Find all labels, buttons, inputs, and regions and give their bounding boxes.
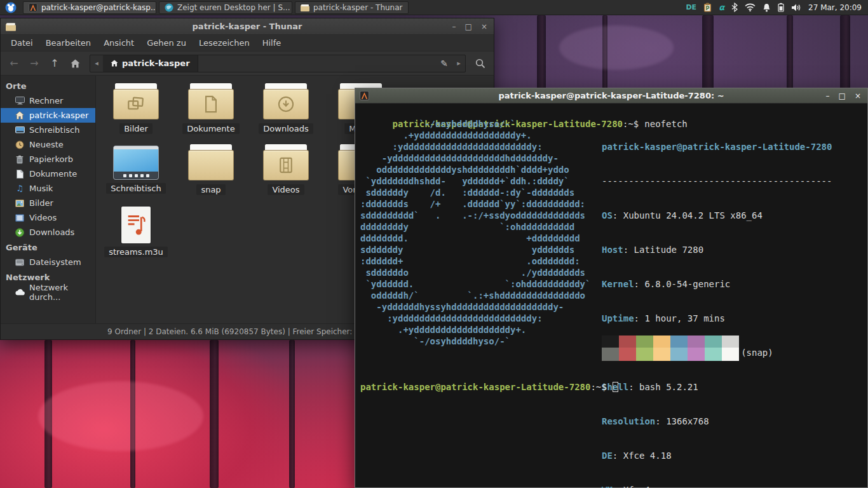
- notification-bell-icon[interactable]: [763, 3, 771, 12]
- sidebar-item-videos[interactable]: Videos: [1, 210, 95, 225]
- home-button[interactable]: [65, 55, 85, 72]
- palette-color: [602, 336, 619, 348]
- applications-menu-button[interactable]: [0, 0, 22, 15]
- chevron-left-icon[interactable]: ◂: [90, 59, 103, 67]
- battery-icon[interactable]: [778, 3, 784, 12]
- sidebar-item-dokumente[interactable]: Dokumente: [1, 166, 95, 181]
- path-button-home[interactable]: patrick-kasper: [103, 55, 198, 72]
- path-button-label: patrick-kasper: [122, 58, 190, 68]
- terminal-cursor: [613, 382, 618, 392]
- sidebar-item-patrick-kasper[interactable]: patrick-kasper: [1, 108, 95, 123]
- neofetch-color-palette: [602, 336, 739, 361]
- palette-color: [688, 348, 705, 361]
- sidebar-item-musik[interactable]: ♫ Musik: [1, 181, 95, 196]
- menu-datei[interactable]: Datei: [4, 36, 39, 50]
- taskbar-button-browser[interactable]: Zeigt euren Desktop her | S...: [159, 1, 292, 14]
- sidebar-item-label: Dokumente: [29, 169, 77, 179]
- keyboard-layout-indicator[interactable]: DE: [686, 3, 696, 11]
- taskbar-button-label: patrick-kasper - Thunar: [313, 3, 403, 12]
- sidebar-item-label: patrick-kasper: [29, 111, 88, 120]
- shell-prompt-line[interactable]: patrick-kasper@patrick-kasper-Latitude-7…: [360, 381, 618, 393]
- file-item-streams-m3u[interactable]: streams.m3u: [98, 205, 173, 266]
- wifi-icon[interactable]: [745, 3, 756, 11]
- search-button[interactable]: [471, 55, 490, 72]
- palette-color: [636, 336, 653, 348]
- sidebar-item-schreibtisch[interactable]: Schreibtisch: [1, 123, 95, 137]
- neofetch-info-row: Host: Latitude 7280: [602, 244, 832, 255]
- neofetch-header: patrick-kasper@patrick-kasper-Latitude-7…: [602, 141, 832, 152]
- alacritty-icon: [360, 91, 369, 100]
- volume-icon[interactable]: [791, 3, 801, 12]
- taskbar-button-label: patrick-kasper@patrick-kasp...: [41, 3, 156, 12]
- menu-bearbeiten[interactable]: Bearbeiten: [39, 36, 97, 50]
- palette-color: [636, 348, 653, 361]
- neofetch-info-row: DE: Xfce 4.18: [602, 450, 832, 461]
- menu-ansicht[interactable]: Ansicht: [97, 36, 140, 50]
- alacritty-icon: [29, 3, 37, 12]
- neofetch-info-row: Shell: bash 5.2.21: [602, 381, 832, 393]
- trash-icon: [15, 154, 25, 165]
- svg-text:P: P: [706, 6, 710, 11]
- statusbar-text: 9 Ordner | 2 Dateien. 6.6 MiB (6920857 B…: [107, 327, 372, 336]
- close-icon[interactable]: ×: [481, 23, 487, 30]
- sidebar-item-dateisystem[interactable]: Dateisystem: [1, 255, 95, 269]
- thunar-titlebar[interactable]: patrick-kasper - Thunar – □ ×: [1, 18, 494, 35]
- neofetch-ascii-logo: `-/osyhddddhyso/-` .+ydddddddddddddddddd…: [360, 118, 590, 347]
- document-icon: [15, 169, 25, 179]
- terminal-titlebar[interactable]: patrick-kasper@patrick-kasper-Latitude-7…: [355, 88, 867, 104]
- path-bar: ◂ patrick-kasper ✎ ▸: [90, 55, 466, 72]
- folder-documents-icon: [187, 83, 234, 120]
- sidebar-item-label: Papierkorb: [29, 154, 73, 164]
- cloud-icon: [15, 287, 25, 297]
- terminal-content[interactable]: patrick-kasper@patrick-kasper-Latitude-7…: [355, 104, 867, 487]
- palette-row-normal: [602, 336, 739, 348]
- file-item-bilder[interactable]: Bilder: [98, 83, 173, 144]
- taskbar-button-terminal[interactable]: patrick-kasper@patrick-kasp...: [23, 1, 156, 14]
- panel-clock[interactable]: 27 Mar, 20:09: [808, 3, 862, 12]
- sidebar-header-orte: Orte: [1, 78, 95, 93]
- minimize-icon[interactable]: –: [452, 23, 456, 30]
- sidebar-item-netzwerk[interactable]: Netzwerk durch...: [1, 285, 95, 299]
- wallpaper-tree: [289, 340, 295, 488]
- forward-arrow-icon: →: [30, 57, 38, 69]
- neofetch-info-row: Resolution: 868x488: [602, 416, 832, 427]
- sidebar-item-papierkorb[interactable]: Papierkorb: [1, 152, 95, 166]
- file-item-videos[interactable]: Videos: [248, 144, 323, 205]
- bluetooth-icon[interactable]: [731, 3, 738, 12]
- sidebar-item-neueste[interactable]: Neueste: [1, 137, 95, 152]
- up-button[interactable]: ↑: [45, 55, 64, 72]
- kdeconnect-icon[interactable]: α: [719, 3, 724, 12]
- taskbar-button-thunar[interactable]: patrick-kasper - Thunar: [295, 1, 409, 14]
- maximize-icon[interactable]: □: [839, 92, 846, 100]
- folder-images-icon: [112, 83, 159, 120]
- clock-icon: [15, 140, 25, 150]
- sidebar-item-rechner[interactable]: Rechner: [1, 93, 95, 108]
- maximize-icon[interactable]: □: [465, 23, 472, 30]
- clipboard-manager-icon[interactable]: P: [703, 3, 712, 12]
- edit-path-button[interactable]: ✎: [436, 58, 452, 69]
- sidebar-header-geraete: Geräte: [1, 240, 95, 255]
- wallpaper-tree: [840, 15, 850, 92]
- sidebar-item-downloads[interactable]: Downloads: [1, 225, 95, 240]
- neofetch-info-row: Uptime: 1 hour, 37 mins: [602, 313, 832, 324]
- thunar-toolbar: ← → ↑ ◂ patrick-kasper ✎ ▸: [1, 51, 494, 76]
- forward-button[interactable]: →: [25, 55, 44, 72]
- back-button[interactable]: ←: [4, 55, 24, 72]
- file-label: Videos: [268, 184, 304, 195]
- file-item-snap[interactable]: snap: [173, 144, 248, 205]
- sidebar-item-bilder[interactable]: Bilder: [1, 196, 95, 210]
- file-item-downloads[interactable]: Downloads: [248, 83, 323, 144]
- chevron-right-icon[interactable]: ▸: [452, 59, 465, 67]
- menu-lesezeichen[interactable]: Lesezeichen: [193, 36, 256, 50]
- file-item-schreibtisch[interactable]: Schreibtisch: [98, 144, 173, 205]
- close-icon[interactable]: ×: [855, 92, 861, 100]
- sidebar-item-label: Schreibtisch: [29, 125, 79, 135]
- folder-icon: [301, 4, 309, 11]
- menu-hilfe[interactable]: Hilfe: [256, 36, 288, 50]
- minimize-icon[interactable]: –: [826, 92, 830, 100]
- home-icon: [111, 60, 118, 67]
- sidebar-item-label: Bilder: [29, 198, 53, 208]
- neofetch-info-row: WM: Xfwm4: [602, 484, 832, 488]
- file-item-dokumente[interactable]: Dokumente: [173, 83, 248, 144]
- menu-gehen-zu[interactable]: Gehen zu: [140, 36, 193, 50]
